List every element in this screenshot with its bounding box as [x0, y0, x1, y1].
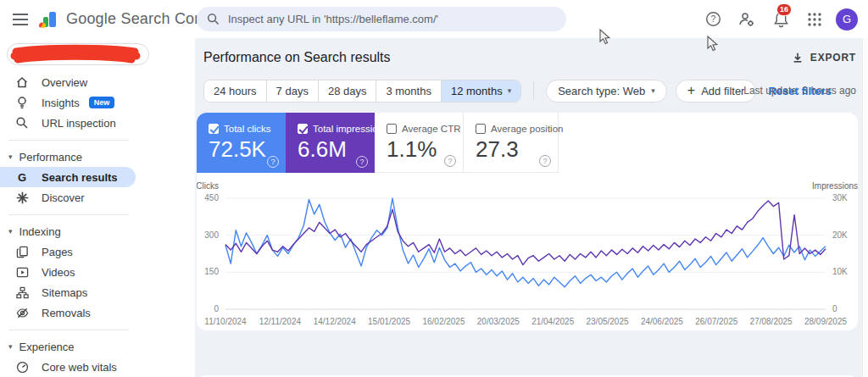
date-range-selector: 24 hours 7 days 28 days 3 months 12 mont…: [203, 80, 521, 103]
range-3-months[interactable]: 3 months: [376, 80, 441, 102]
pages-icon: [15, 246, 29, 258]
metric-value: 27.3: [476, 136, 549, 163]
search-type-filter[interactable]: Search type: Web▾: [546, 80, 667, 103]
svg-text:Impressions: Impressions: [812, 181, 858, 191]
svg-text:300: 300: [204, 230, 219, 240]
sidebar-section-performance[interactable]: ▾ Performance: [0, 147, 195, 167]
help-icon[interactable]: ?: [356, 156, 368, 168]
svg-text:10K: 10K: [832, 267, 848, 276]
new-badge: New: [89, 97, 115, 108]
person-gear-icon: [738, 11, 755, 28]
sidebar-item-videos[interactable]: Videos: [0, 262, 136, 282]
apps-grid-icon: [807, 12, 822, 27]
performance-chart[interactable]: 0015010K30020K45030KClicksImpressions11/…: [197, 180, 858, 330]
home-icon: [15, 75, 29, 89]
chevron-down-icon: ▾: [8, 152, 13, 161]
sidebar-item-discover[interactable]: Discover: [0, 187, 136, 208]
page-title: Performance on Search results: [203, 50, 391, 65]
google-g-icon: G: [15, 170, 29, 184]
apps-grid-button[interactable]: [802, 7, 827, 32]
svg-text:20/03/2025: 20/03/2025: [477, 317, 520, 326]
svg-text:0: 0: [832, 304, 837, 313]
help-icon[interactable]: ?: [444, 155, 456, 167]
main-content: Performance on Search results EXPORT 24 …: [195, 38, 868, 377]
search-icon: [207, 13, 220, 25]
checkbox-average-ctr[interactable]: [387, 124, 397, 134]
chevron-down-icon: ▾: [8, 227, 13, 236]
top-app-bar: Google Search Console Inspect any URL in…: [0, 0, 868, 38]
metric-card-total-impressions[interactable]: Total impressions 6.6M ?: [286, 113, 375, 173]
page-scrollbar[interactable]: [862, 38, 868, 377]
svg-text:23/05/2025: 23/05/2025: [587, 317, 629, 326]
video-icon: [15, 266, 29, 279]
eye-off-icon: [15, 307, 29, 319]
sidebar-item-insights[interactable]: Insights New: [0, 92, 136, 113]
sidebar-item-search-results[interactable]: G Search results: [0, 167, 136, 187]
metric-cards: Total clicks 72.5K ? Total impressions 6…: [197, 113, 858, 173]
svg-text:?: ?: [710, 14, 715, 24]
svg-text:0: 0: [214, 304, 219, 313]
cards-filler: [559, 113, 858, 173]
notifications-button[interactable]: 16: [768, 7, 793, 32]
sidebar: Overview Insights New URL inspection ▾ P…: [0, 38, 195, 377]
divider: [533, 81, 534, 100]
hamburger-icon: [13, 14, 28, 25]
svg-text:21/04/2025: 21/04/2025: [531, 317, 574, 326]
search-console-logo-icon: [39, 9, 59, 30]
range-12-months[interactable]: 12 months▾: [442, 80, 520, 102]
discover-asterisk-icon: [15, 191, 29, 204]
divider: [8, 140, 129, 141]
notification-count-badge: 16: [776, 3, 792, 16]
svg-text:28/09/2025: 28/09/2025: [804, 317, 847, 326]
help-icon: ?: [705, 11, 721, 27]
svg-text:G: G: [18, 171, 26, 184]
filter-bar: 24 hours 7 days 28 days 3 months 12 mont…: [195, 74, 868, 108]
checkbox-total-impressions[interactable]: [298, 124, 308, 134]
svg-text:27/08/2025: 27/08/2025: [750, 317, 793, 326]
svg-text:24/06/2025: 24/06/2025: [641, 317, 683, 326]
last-update-text: Last update: 3 hours ago: [743, 85, 856, 97]
sidebar-item-removals[interactable]: Removals: [0, 302, 136, 323]
divider: [8, 214, 129, 215]
menu-icon[interactable]: [3, 3, 37, 36]
svg-text:26/07/2025: 26/07/2025: [695, 317, 737, 326]
speedometer-icon: [15, 361, 29, 374]
sidebar-item-url-inspection[interactable]: URL inspection: [0, 113, 136, 133]
range-24-hours[interactable]: 24 hours: [204, 80, 267, 102]
sidebar-section-indexing[interactable]: ▾ Indexing: [0, 221, 195, 241]
help-button[interactable]: ?: [700, 7, 726, 32]
help-icon[interactable]: ?: [267, 156, 279, 168]
sidebar-item-core-web-vitals[interactable]: Core web vitals: [0, 357, 136, 377]
search-icon: [15, 116, 29, 130]
range-7-days[interactable]: 7 days: [267, 80, 319, 102]
metric-card-total-clicks[interactable]: Total clicks 72.5K ?: [197, 113, 286, 173]
range-28-days[interactable]: 28 days: [319, 80, 377, 102]
svg-text:20K: 20K: [832, 230, 848, 240]
sidebar-item-overview[interactable]: Overview: [0, 72, 136, 92]
chevron-down-icon: ▾: [651, 86, 655, 95]
google-search-console-app: { "topbar": { "product_name": "Google Se…: [0, 0, 868, 377]
svg-text:150: 150: [204, 267, 219, 276]
svg-text:14/12/2024: 14/12/2024: [314, 317, 356, 326]
svg-text:11/10/2024: 11/10/2024: [204, 317, 247, 326]
account-avatar[interactable]: G: [836, 8, 858, 30]
chevron-down-icon: ▾: [8, 342, 13, 351]
svg-text:12/11/2024: 12/11/2024: [259, 317, 302, 326]
sidebar-item-pages[interactable]: Pages: [0, 241, 136, 262]
url-inspect-search-input[interactable]: Inspect any URL in 'https://belleflame.c…: [197, 7, 566, 31]
user-settings-button[interactable]: [734, 7, 760, 32]
metric-card-average-ctr[interactable]: Average CTR 1.1% ?: [375, 113, 464, 173]
export-button[interactable]: EXPORT: [792, 52, 856, 64]
search-placeholder: Inspect any URL in 'https://belleflame.c…: [228, 13, 438, 25]
checkbox-total-clicks[interactable]: [209, 124, 219, 134]
checkbox-average-position[interactable]: [476, 124, 486, 134]
help-icon[interactable]: ?: [539, 155, 551, 167]
metric-card-average-position[interactable]: Average position 27.3 ?: [464, 113, 559, 173]
svg-text:15/01/2025: 15/01/2025: [368, 317, 410, 326]
sidebar-item-sitemaps[interactable]: Sitemaps: [0, 282, 136, 302]
sidebar-section-experience[interactable]: ▾ Experience: [0, 336, 195, 357]
svg-text:450: 450: [204, 193, 219, 202]
divider: [8, 330, 129, 330]
series-total-impressions: [225, 201, 826, 265]
property-selector[interactable]: [7, 43, 149, 65]
